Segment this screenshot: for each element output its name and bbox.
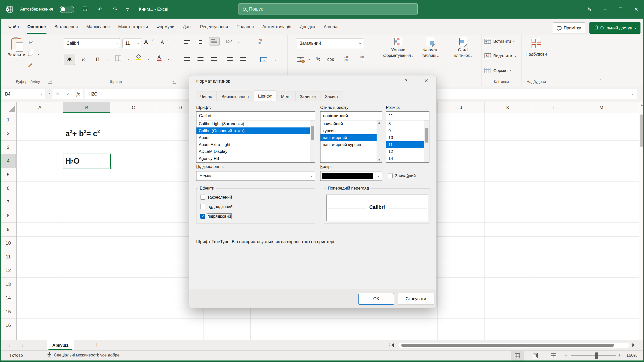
font-size-list-scrollbar[interactable] [424, 120, 429, 162]
normal-font-checkbox-row[interactable]: Звичайний [388, 173, 416, 178]
cancel-entry-icon[interactable]: ✕ [56, 91, 59, 97]
format-cells-button[interactable]: Формат [485, 68, 512, 73]
font-list-item[interactable]: ADLaM Display [196, 148, 310, 155]
merge-dropdown-icon[interactable] [274, 59, 276, 61]
zoom-level[interactable]: 160% [626, 353, 637, 358]
row-header[interactable]: 4 [0, 154, 16, 168]
font-size-list-item[interactable]: 12 [386, 148, 424, 155]
align-top-icon[interactable] [184, 40, 190, 44]
confirm-entry-icon[interactable]: ✓ [66, 91, 70, 97]
font-list-item[interactable]: Abadi Extra Light [196, 141, 310, 148]
search-input[interactable]: Пошук [238, 3, 418, 15]
hscroll-right-icon[interactable] [632, 343, 635, 347]
horizontal-scrollbar-thumb[interactable] [401, 344, 614, 347]
format-as-table-button[interactable]: Формат таблиці [414, 38, 447, 58]
cell-styles-button[interactable]: Стилі клітинок [447, 38, 479, 58]
wrap-text-icon[interactable]: abc↩ [258, 39, 262, 44]
increase-font-size-icon[interactable]: А [144, 39, 148, 45]
dialog-tab[interactable]: Вирівнювання [217, 92, 253, 101]
share-button[interactable]: Спільний доступ [589, 22, 640, 34]
comments-button[interactable]: Примітки [553, 22, 585, 33]
borders-dropdown-icon[interactable] [127, 58, 129, 60]
undo-icon[interactable]: ↶ [96, 6, 104, 12]
font-style-list-item[interactable]: звичайний [320, 120, 377, 127]
row-header[interactable]: 10 [0, 237, 16, 250]
cell-B4-selected[interactable]: H2O [63, 154, 111, 168]
row-header[interactable]: 13 [0, 278, 16, 291]
effect-checkbox[interactable] [200, 214, 205, 219]
font-name-input[interactable]: Calibri [196, 111, 315, 120]
align-bottom-icon[interactable] [209, 37, 220, 46]
font-list-item[interactable]: Calibri (Основний текст) [196, 127, 310, 134]
dialog-tab[interactable]: Межі [276, 92, 295, 101]
font-size-list-item[interactable]: 9 [386, 127, 424, 134]
page-layout-view-button[interactable] [529, 351, 542, 361]
draw-pencil-icon[interactable]: ✎ [582, 0, 597, 19]
merge-center-icon[interactable]: ↔ [260, 57, 267, 62]
ribbon-tab[interactable]: Малювання [82, 19, 114, 35]
ok-button[interactable]: OK [358, 293, 394, 305]
column-header[interactable]: C [110, 102, 157, 113]
normal-view-button[interactable] [511, 351, 524, 361]
row-header[interactable]: 16 [0, 319, 16, 333]
underline-dropdown-icon[interactable] [106, 58, 108, 60]
font-list-scrollbar[interactable] [310, 120, 315, 162]
font-style-list-item[interactable]: напівжирний [320, 134, 377, 141]
clipboard-dialog-launcher-icon[interactable] [48, 80, 52, 84]
row-header[interactable]: 9 [0, 223, 16, 237]
maximize-button[interactable] [613, 0, 628, 19]
expand-formula-bar-icon[interactable] [631, 93, 633, 95]
sheet-options-icon[interactable]: ⋮ [387, 342, 392, 348]
column-header[interactable]: L [531, 102, 578, 113]
row-header[interactable]: 5 [0, 168, 16, 182]
zoom-in-icon[interactable]: + [618, 352, 621, 358]
collapse-ribbon-icon[interactable] [599, 78, 602, 80]
font-style-list-scrollbar[interactable] [377, 120, 382, 162]
font-size-list-item[interactable]: 11 [386, 141, 424, 148]
ribbon-tab[interactable]: Подання [232, 19, 258, 35]
fill-color-icon[interactable] [136, 54, 141, 60]
ribbon-tab[interactable]: Довідка [296, 19, 319, 35]
row-header[interactable]: 6 [0, 182, 16, 196]
font-list-item[interactable]: Abadi [196, 134, 310, 141]
ribbon-tab[interactable]: Вставлення [50, 19, 82, 35]
insert-function-icon[interactable]: fx [76, 92, 80, 97]
copy-icon[interactable] [28, 51, 32, 56]
orientation-icon[interactable]: ab↗ [226, 39, 232, 43]
zoom-slider-thumb[interactable] [595, 352, 598, 359]
cancel-button[interactable]: Скасувати [397, 293, 434, 305]
decrease-font-size-icon[interactable]: А [161, 40, 164, 45]
name-box[interactable]: B4 [2, 89, 45, 99]
fill-color-dropdown-icon[interactable] [148, 58, 150, 60]
page-break-view-button[interactable] [547, 351, 560, 361]
font-size-list-item[interactable]: 14 [386, 155, 424, 162]
column-header[interactable]: B [63, 102, 110, 113]
row-header[interactable]: 1 [0, 113, 16, 127]
effect-checkbox-row[interactable]: надрядковий [200, 204, 232, 209]
ribbon-tab[interactable]: Основне [23, 19, 50, 35]
italic-button[interactable]: К [80, 55, 87, 63]
row-header[interactable]: 14 [0, 291, 16, 305]
orientation-dropdown-icon[interactable] [238, 41, 240, 43]
next-sheet-icon[interactable]: › [22, 342, 23, 349]
column-header[interactable]: M [578, 102, 625, 113]
normal-font-checkbox[interactable] [388, 173, 393, 178]
close-button[interactable]: ✕ [628, 0, 644, 19]
ribbon-tab[interactable]: Дані [179, 19, 196, 35]
effect-checkbox[interactable] [200, 204, 205, 209]
font-style-list-item[interactable]: напівжирний курсив [320, 141, 377, 148]
row-header[interactable]: 3 [0, 141, 16, 154]
align-left-icon[interactable] [184, 57, 190, 61]
ribbon-tab[interactable]: Рецензування [196, 19, 232, 35]
ribbon-tab[interactable]: Макет сторінки [114, 19, 152, 35]
font-size-combobox[interactable]: 11 [123, 38, 141, 48]
accounting-dropdown-icon[interactable] [308, 59, 310, 60]
cut-icon[interactable] [28, 39, 34, 46]
font-style-input[interactable]: напівжирний [320, 111, 382, 120]
increase-decimal-icon[interactable]: ←0,00 [343, 56, 348, 62]
dialog-help-button[interactable]: ? [403, 78, 409, 83]
bold-button[interactable]: Ж [64, 54, 75, 65]
font-size-input[interactable]: 11 [386, 111, 429, 120]
underline-button[interactable]: П [94, 55, 101, 63]
accounting-format-icon[interactable] [297, 57, 304, 62]
